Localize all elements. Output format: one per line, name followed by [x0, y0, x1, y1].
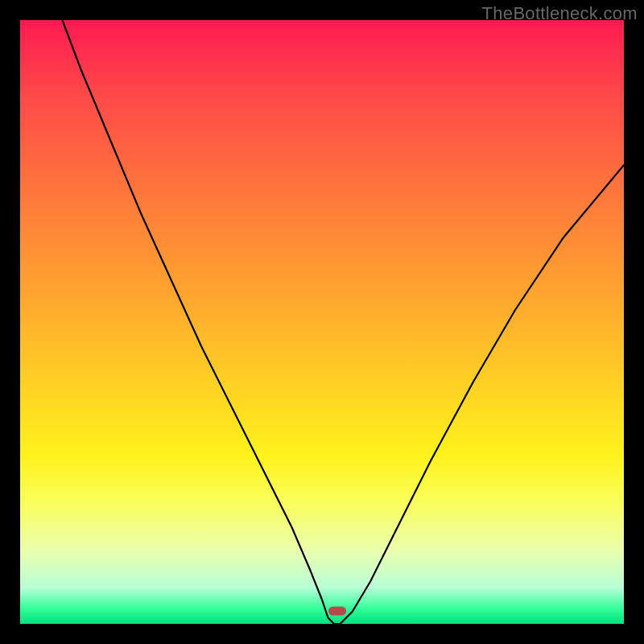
bottleneck-curve [20, 20, 624, 624]
optimal-point-marker [328, 606, 346, 615]
watermark-text: TheBottleneck.com [482, 3, 638, 24]
chart-plot-area [20, 20, 624, 624]
